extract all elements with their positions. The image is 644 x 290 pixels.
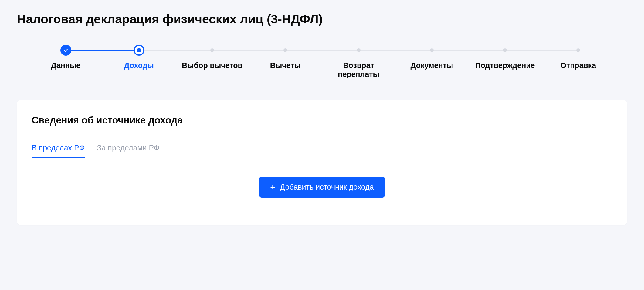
dot-icon <box>357 48 361 52</box>
dot-icon <box>283 48 287 52</box>
button-label: Добавить источник дохода <box>280 183 374 192</box>
step-label: Вычеты <box>270 61 301 70</box>
plus-icon: + <box>270 183 275 192</box>
step-income[interactable]: Доходы <box>102 46 175 70</box>
step-documents[interactable]: Документы <box>395 46 468 70</box>
dot-icon <box>503 48 507 52</box>
step-connector <box>432 50 505 51</box>
tab-domestic[interactable]: В пределах РФ <box>32 143 85 158</box>
step-label: Отправка <box>561 61 596 70</box>
step-connector <box>212 50 285 51</box>
stepper: Данные Доходы Выбор вычетов Вычеты Возвр… <box>17 46 627 79</box>
income-tabs: В пределах РФ За пределами РФ <box>32 143 612 158</box>
step-deduction-choice[interactable]: Выбор вычетов <box>176 46 249 70</box>
step-label: Возврат переплаты <box>322 61 395 79</box>
step-label: Документы <box>411 61 453 70</box>
add-income-source-button[interactable]: + Добавить источник дохода <box>259 177 385 198</box>
step-connector <box>139 50 212 51</box>
dot-icon <box>576 48 580 52</box>
step-connector <box>285 50 358 51</box>
step-send[interactable]: Отправка <box>542 46 615 70</box>
current-step-icon <box>134 45 144 56</box>
step-connector <box>505 50 578 51</box>
page-title: Налоговая декларация физических лиц (3-Н… <box>17 12 627 26</box>
step-label: Подтверждение <box>475 61 535 70</box>
tab-foreign[interactable]: За пределами РФ <box>97 143 159 158</box>
step-deductions[interactable]: Вычеты <box>249 46 322 70</box>
dot-icon <box>430 48 434 52</box>
step-label: Выбор вычетов <box>182 61 242 70</box>
step-connector <box>359 50 432 51</box>
step-connector <box>66 50 139 51</box>
step-confirm[interactable]: Подтверждение <box>469 46 542 70</box>
income-source-card: Сведения об источнике дохода В пределах … <box>17 100 627 225</box>
step-label: Доходы <box>124 61 154 70</box>
step-data[interactable]: Данные <box>29 46 102 70</box>
check-icon <box>60 45 71 56</box>
dot-icon <box>210 48 214 52</box>
step-label: Данные <box>51 61 80 70</box>
card-title: Сведения об источнике дохода <box>32 115 612 126</box>
